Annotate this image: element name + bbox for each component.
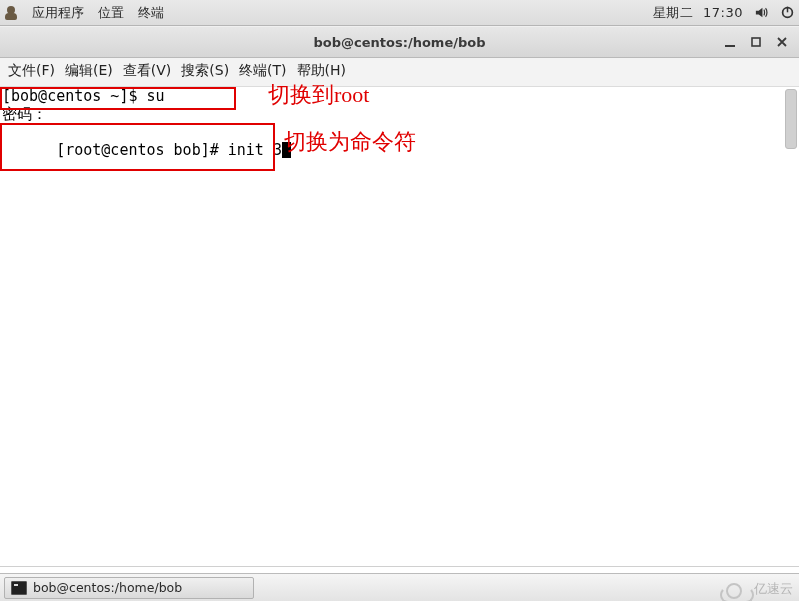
menu-view[interactable]: 查看(V): [123, 62, 172, 80]
terminal-menubar: 文件(F) 编辑(E) 查看(V) 搜索(S) 终端(T) 帮助(H): [0, 58, 799, 87]
places-menu[interactable]: 位置: [98, 4, 124, 22]
terminal-text-area[interactable]: [bob@centos ~]$ su 密码： [root@centos bob]…: [0, 87, 783, 566]
menu-terminal[interactable]: 终端(T): [239, 62, 286, 80]
maximize-button[interactable]: [749, 35, 763, 49]
watermark-text: 亿速云: [754, 580, 793, 598]
volume-icon[interactable]: [753, 5, 769, 21]
window-titlebar[interactable]: bob@centos:/home/bob: [0, 26, 799, 58]
panel-right-group: 星期二 17:30: [653, 4, 795, 22]
gnome-taskbar: bob@centos:/home/bob: [0, 573, 799, 601]
menu-edit[interactable]: 编辑(E): [65, 62, 113, 80]
cloud-icon: [720, 579, 750, 599]
terminal-line-2: 密码：: [2, 105, 783, 123]
terminal-scrollbar[interactable]: [785, 89, 797, 149]
annotation-text-2: 切换为命令符: [284, 133, 416, 151]
terminal-line-1: [bob@centos ~]$ su: [2, 87, 783, 105]
applications-menu[interactable]: 应用程序: [32, 4, 84, 22]
minimize-button[interactable]: [723, 35, 737, 49]
terminal-icon: [11, 581, 27, 595]
svg-rect-1: [786, 7, 788, 13]
terminal-line-3-text: [root@centos bob]# init 3: [56, 141, 282, 159]
window-controls: [723, 35, 799, 49]
menu-help[interactable]: 帮助(H): [297, 62, 346, 80]
terminal-launcher[interactable]: 终端: [138, 4, 164, 22]
taskbar-task-label: bob@centos:/home/bob: [33, 580, 182, 595]
panel-left-group: 应用程序 位置 终端: [4, 4, 164, 22]
taskbar-task-terminal[interactable]: bob@centos:/home/bob: [4, 577, 254, 599]
annotation-text-1: 切换到root: [268, 86, 369, 104]
gnome-top-panel: 应用程序 位置 终端 星期二 17:30: [0, 0, 799, 26]
close-button[interactable]: [775, 35, 789, 49]
menu-search[interactable]: 搜索(S): [181, 62, 229, 80]
menu-file[interactable]: 文件(F): [8, 62, 55, 80]
clock-day[interactable]: 星期二: [653, 4, 694, 22]
watermark: 亿速云: [720, 579, 793, 599]
terminal-viewport[interactable]: [bob@centos ~]$ su 密码： [root@centos bob]…: [0, 87, 799, 567]
power-icon[interactable]: [779, 5, 795, 21]
window-title: bob@centos:/home/bob: [0, 35, 799, 50]
svg-rect-3: [752, 38, 760, 46]
svg-rect-2: [725, 45, 735, 47]
gnome-foot-icon: [4, 6, 18, 20]
clock-time[interactable]: 17:30: [703, 5, 743, 20]
